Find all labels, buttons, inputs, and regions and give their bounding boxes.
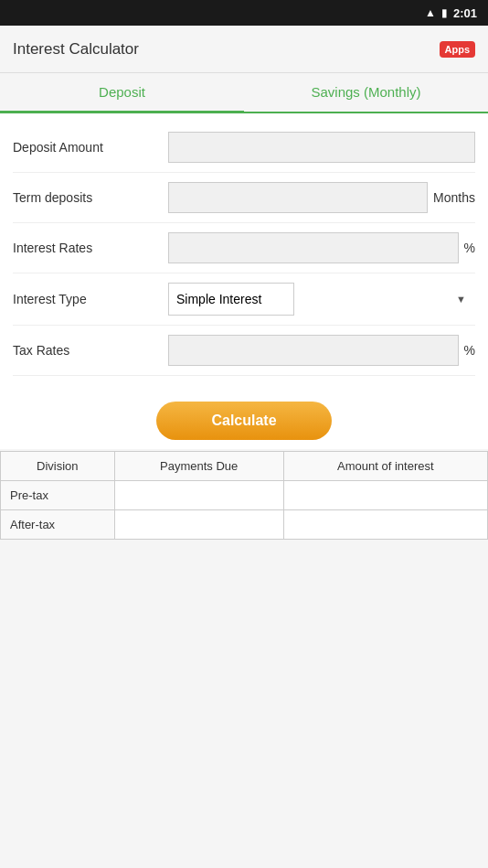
tax-rates-row: Tax Rates %	[13, 326, 475, 376]
interest-rates-unit: %	[464, 241, 475, 255]
cell-payments-due	[114, 510, 283, 540]
term-deposits-unit: Months	[433, 190, 475, 205]
calculate-button[interactable]: Calculate	[156, 402, 331, 440]
app-bar: Interest Calculator Apps	[0, 26, 488, 73]
app-title: Interest Calculator	[13, 40, 139, 59]
interest-type-row: Interest Type Simple InterestCompound In…	[13, 273, 475, 326]
cell-division: Pre-tax	[1, 481, 115, 510]
term-deposits-input[interactable]	[168, 182, 428, 213]
tab-savings-monthly[interactable]: Savings (Monthly)	[244, 73, 488, 112]
interest-rates-row: Interest Rates %	[13, 223, 475, 273]
interest-type-input-wrap: Simple InterestCompound Interest	[168, 283, 475, 316]
interest-rates-input-wrap: %	[168, 232, 475, 263]
status-time: 2:01	[453, 6, 477, 20]
tax-rates-label: Tax Rates	[13, 343, 168, 358]
tax-rates-unit: %	[464, 343, 475, 358]
deposit-amount-row: Deposit Amount	[13, 123, 475, 173]
battery-icon: ▮	[441, 6, 448, 19]
table-row: After-tax	[1, 510, 488, 540]
tax-rates-input-wrap: %	[168, 335, 475, 366]
cell-payments-due	[114, 481, 283, 510]
table-row: Pre-tax	[1, 481, 488, 510]
term-deposits-row: Term deposits Months	[13, 173, 475, 223]
interest-rates-input[interactable]	[168, 232, 459, 263]
interest-type-select-wrap: Simple InterestCompound Interest	[168, 283, 475, 316]
tabs: Deposit Savings (Monthly)	[0, 73, 488, 113]
deposit-amount-label: Deposit Amount	[13, 140, 168, 155]
tab-deposit[interactable]: Deposit	[0, 73, 244, 113]
interest-rates-label: Interest Rates	[13, 241, 168, 255]
cell-amount-interest	[283, 481, 487, 510]
wifi-icon: ▲	[425, 6, 436, 19]
cell-division: After-tax	[1, 510, 115, 540]
deposit-amount-input[interactable]	[168, 132, 475, 163]
col-amount-interest: Amount of interest	[283, 452, 487, 481]
tax-rates-input[interactable]	[168, 335, 459, 366]
term-deposits-input-wrap: Months	[168, 182, 475, 213]
status-bar: ▲ ▮ 2:01	[0, 0, 488, 26]
col-payments-due: Payments Due	[114, 452, 283, 481]
form-area: Deposit Amount Term deposits Months Inte…	[0, 113, 488, 385]
apps-badge: Apps	[440, 41, 476, 58]
interest-type-select[interactable]: Simple InterestCompound Interest	[168, 283, 294, 316]
interest-type-label: Interest Type	[13, 292, 168, 306]
results-table: Division Payments Due Amount of interest…	[0, 451, 488, 540]
cell-amount-interest	[283, 510, 487, 540]
deposit-amount-input-wrap	[168, 132, 475, 163]
col-division: Division	[1, 452, 115, 481]
term-deposits-label: Term deposits	[13, 190, 168, 205]
calculate-button-row: Calculate	[0, 385, 488, 449]
